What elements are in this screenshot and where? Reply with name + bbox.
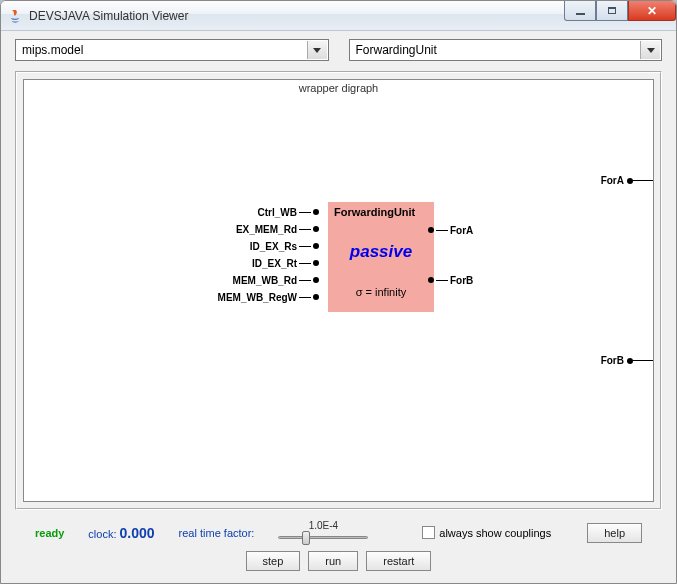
port-label: MEM_WB_RegW — [218, 292, 297, 303]
block-title: ForwardingUnit — [334, 206, 428, 218]
port-label: ID_EX_Rs — [250, 241, 297, 252]
run-button[interactable]: run — [308, 551, 358, 571]
port-label: ForA — [450, 225, 473, 236]
restart-button[interactable]: restart — [366, 551, 431, 571]
window-controls — [564, 1, 676, 21]
checkbox-label: always show couplings — [439, 527, 551, 539]
block-sigma: σ = infinity — [334, 286, 428, 298]
port-label: ID_EX_Rt — [252, 258, 297, 269]
close-button[interactable] — [628, 1, 676, 21]
input-port: MEM_WB_RegW — [218, 292, 319, 302]
input-port: ID_EX_Rs — [250, 241, 319, 251]
help-button[interactable]: help — [587, 523, 642, 543]
checkbox-icon[interactable] — [422, 526, 435, 539]
external-port: ForB — [601, 355, 653, 366]
view-select-value: ForwardingUnit — [356, 43, 437, 57]
rtf-slider-wrap: 1.0E-4 — [278, 520, 368, 545]
model-select-value: mips.model — [22, 43, 83, 57]
step-button[interactable]: step — [246, 551, 301, 571]
app-window: DEVSJAVA Simulation Viewer mips.model Fo… — [0, 0, 677, 584]
maximize-button[interactable] — [596, 1, 628, 21]
port-label: MEM_WB_Rd — [233, 275, 297, 286]
minimize-button[interactable] — [564, 1, 596, 21]
content-pane: mips.model ForwardingUnit wrapper digrap… — [1, 31, 676, 583]
port-label: ForB — [601, 355, 624, 366]
clock-label: clock: — [88, 528, 116, 540]
digraph-title: wrapper digraph — [299, 82, 379, 94]
input-port: ID_EX_Rt — [252, 258, 319, 268]
simulation-canvas[interactable]: wrapper digraph ForwardingUnit passive σ… — [23, 79, 654, 502]
status-label: ready — [35, 527, 64, 539]
port-label: Ctrl_WB — [258, 207, 297, 218]
input-port: EX_MEM_Rd — [236, 224, 319, 234]
bottom-bar: ready clock: 0.000 real time factor: 1.0… — [15, 520, 662, 571]
chevron-down-icon — [640, 41, 660, 59]
rtf-label: real time factor: — [179, 527, 255, 539]
titlebar[interactable]: DEVSJAVA Simulation Viewer — [1, 1, 676, 31]
chevron-down-icon — [307, 41, 327, 59]
forwarding-unit-block[interactable]: ForwardingUnit passive σ = infinity — [328, 202, 434, 312]
control-buttons: step run restart — [15, 551, 662, 571]
canvas-frame: wrapper digraph ForwardingUnit passive σ… — [15, 71, 662, 510]
port-label: ForB — [450, 275, 473, 286]
clock-section: clock: 0.000 — [88, 525, 154, 541]
block-state: passive — [334, 242, 428, 262]
rtf-slider[interactable] — [278, 529, 368, 545]
clock-value: 0.000 — [120, 525, 155, 541]
window-title: DEVSJAVA Simulation Viewer — [29, 9, 188, 23]
status-row: ready clock: 0.000 real time factor: 1.0… — [15, 520, 662, 545]
external-port: ForA — [601, 175, 653, 186]
input-port: MEM_WB_Rd — [233, 275, 319, 285]
output-port: ForB — [428, 275, 473, 285]
port-label: ForA — [601, 175, 624, 186]
java-icon — [7, 8, 23, 24]
view-select[interactable]: ForwardingUnit — [349, 39, 663, 61]
model-select[interactable]: mips.model — [15, 39, 329, 61]
selector-row: mips.model ForwardingUnit — [15, 39, 662, 61]
show-couplings-option[interactable]: always show couplings — [422, 526, 551, 539]
port-label: EX_MEM_Rd — [236, 224, 297, 235]
slider-track — [278, 536, 368, 539]
input-port: Ctrl_WB — [258, 207, 319, 217]
output-port: ForA — [428, 225, 473, 235]
slider-thumb[interactable] — [302, 531, 310, 545]
